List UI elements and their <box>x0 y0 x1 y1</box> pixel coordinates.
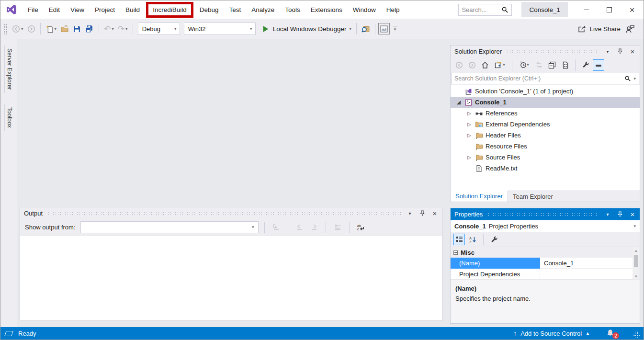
sync-with-active-document-button[interactable] <box>533 59 545 71</box>
undo-dropdown-caret[interactable]: ▾ <box>112 27 114 31</box>
menu-analyze[interactable]: Analyze <box>246 0 280 19</box>
se-forward-button[interactable] <box>466 59 478 71</box>
pin-icon[interactable] <box>616 210 624 219</box>
menu-debug[interactable]: Debug <box>194 0 224 19</box>
new-item-dropdown-caret[interactable]: ▾ <box>55 27 57 31</box>
tab-solution-explorer[interactable]: Solution Explorer <box>451 191 508 202</box>
solution-explorer-search-input[interactable] <box>454 75 624 82</box>
scroll-up-icon[interactable]: ▲ <box>634 247 638 254</box>
expander-expanded-icon[interactable]: ◢ <box>455 99 462 105</box>
notifications-button[interactable]: 2 <box>606 329 616 338</box>
property-name-cell[interactable]: Project Dependencies <box>451 269 540 280</box>
close-icon[interactable]: × <box>628 47 637 56</box>
word-wrap-button[interactable]: ab c <box>355 222 367 233</box>
scroll-down-icon[interactable]: ▼ <box>634 273 638 280</box>
output-source-combobox[interactable]: ▾ <box>80 221 259 233</box>
find-message-button[interactable] <box>271 222 282 233</box>
maximize-button[interactable] <box>598 0 621 19</box>
output-content[interactable] <box>20 235 442 320</box>
minimize-button[interactable] <box>575 0 598 19</box>
property-row-project-dependencies[interactable]: Project Dependencies <box>451 269 640 280</box>
resize-grip[interactable] <box>633 331 640 338</box>
pending-changes-filter-button[interactable]: ▾ <box>517 59 532 71</box>
close-icon[interactable]: × <box>430 209 439 218</box>
close-icon[interactable]: × <box>628 210 637 219</box>
tab-team-explorer[interactable]: Team Explorer <box>508 191 558 202</box>
collapse-category-icon[interactable] <box>453 250 458 255</box>
toolbar-drag-handle[interactable] <box>3 23 7 34</box>
collapse-all-button[interactable] <box>546 59 558 71</box>
tree-item-external-dependencies[interactable]: ▷ External Dependencies <box>451 119 640 130</box>
menu-help[interactable]: Help <box>381 0 405 19</box>
show-all-files-button[interactable] <box>559 59 571 71</box>
solution-platform-combobox[interactable]: Win32 ▾ <box>184 23 256 35</box>
toolbar-overflow-button[interactable]: ▾ <box>393 26 397 32</box>
save-all-button[interactable] <box>83 22 96 35</box>
redo-dropdown-caret[interactable]: ▾ <box>125 27 128 31</box>
start-debugging-button[interactable]: Local Windows Debugger ▾ <box>260 22 353 35</box>
window-position-caret-icon[interactable]: ▾ <box>603 210 612 219</box>
preview-selected-items-button[interactable] <box>593 59 604 71</box>
properties-header[interactable]: Properties ▾ × <box>451 208 640 220</box>
next-message-button[interactable] <box>308 222 320 233</box>
property-name-cell[interactable]: (Name) <box>451 258 540 269</box>
menu-tools[interactable]: Tools <box>280 0 305 19</box>
menu-extensions[interactable]: Extensions <box>305 0 348 19</box>
expander-collapsed-icon[interactable]: ▷ <box>466 133 473 138</box>
tree-item-source-files[interactable]: ▷ Source Files <box>451 152 640 163</box>
quick-search-box[interactable] <box>458 4 512 16</box>
expander-collapsed-icon[interactable]: ▷ <box>466 111 473 116</box>
se-back-button[interactable] <box>453 59 465 71</box>
properties-scrollbar[interactable]: ▲ ▼ <box>633 247 640 280</box>
home-button[interactable] <box>479 59 491 71</box>
panel-splitter[interactable] <box>450 202 640 208</box>
menu-incredibuild[interactable]: IncrediBuild <box>153 6 187 13</box>
tab-toolbox[interactable]: Toolbox <box>4 104 14 131</box>
window-position-caret-icon[interactable]: ▾ <box>406 209 414 218</box>
navigate-back-button[interactable]: ▾ <box>10 22 25 35</box>
feedback-button[interactable] <box>625 24 635 33</box>
quick-search-input[interactable] <box>462 6 501 13</box>
categorized-view-button[interactable] <box>453 234 465 245</box>
solution-explorer-search[interactable]: ▾ <box>451 73 639 84</box>
menu-test[interactable]: Test <box>224 0 246 19</box>
property-value-cell[interactable]: Console_1 <box>540 258 640 269</box>
tree-item-resource-files[interactable]: Resource Files <box>451 141 640 152</box>
properties-object-selector[interactable]: Console_1 Project Properties ▾ <box>451 220 640 232</box>
expander-collapsed-icon[interactable]: ▷ <box>466 122 473 127</box>
search-options-caret[interactable]: ▾ <box>633 77 636 81</box>
tree-item-references[interactable]: ▷ References <box>451 108 640 119</box>
solution-explorer-header[interactable]: Solution Explorer ▾ × <box>451 45 640 57</box>
find-in-files-button[interactable] <box>360 22 372 35</box>
undo-button[interactable]: ↶ ▾ <box>102 22 116 35</box>
pin-icon[interactable] <box>616 47 624 56</box>
previous-message-button[interactable] <box>294 222 305 233</box>
tree-item-readme[interactable]: ReadMe.txt <box>451 163 640 174</box>
live-share-button[interactable]: Live Share <box>577 25 621 33</box>
menu-build[interactable]: Build <box>120 0 145 19</box>
property-value-cell[interactable] <box>540 269 640 280</box>
alphabetical-sort-button[interactable]: A Z <box>467 234 478 245</box>
add-to-source-control-button[interactable]: ↑ Add to Source Control ▲ <box>513 329 590 337</box>
property-pages-button[interactable] <box>488 234 500 245</box>
menu-edit[interactable]: Edit <box>44 0 65 19</box>
tree-item-header-files[interactable]: ▷ Header Files <box>451 130 640 141</box>
pin-icon[interactable] <box>418 209 427 218</box>
incredibuild-monitor-button[interactable] <box>378 23 390 34</box>
window-position-caret-icon[interactable]: ▾ <box>603 47 612 56</box>
expander-collapsed-icon[interactable]: ▷ <box>466 155 473 160</box>
navigate-forward-button[interactable] <box>25 22 37 35</box>
background-tasks-icon[interactable] <box>4 331 13 336</box>
menu-file[interactable]: File <box>23 0 44 19</box>
tree-item-solution[interactable]: Solution 'Console_1' (1 of 1 project) <box>451 86 640 97</box>
switch-views-button[interactable]: ▾ <box>492 59 508 71</box>
category-row-misc[interactable]: Misc <box>451 247 640 258</box>
debug-target-caret[interactable]: ▾ <box>349 27 351 31</box>
tree-item-project[interactable]: ◢ Console_1 <box>451 97 640 108</box>
save-button[interactable] <box>71 22 83 35</box>
output-panel-header[interactable]: Output ▾ × <box>20 207 442 219</box>
close-button[interactable]: × <box>621 0 644 19</box>
menu-view[interactable]: View <box>65 0 90 19</box>
back-dropdown-caret[interactable]: ▾ <box>21 27 23 31</box>
redo-button[interactable]: ↷ ▾ <box>116 22 130 35</box>
